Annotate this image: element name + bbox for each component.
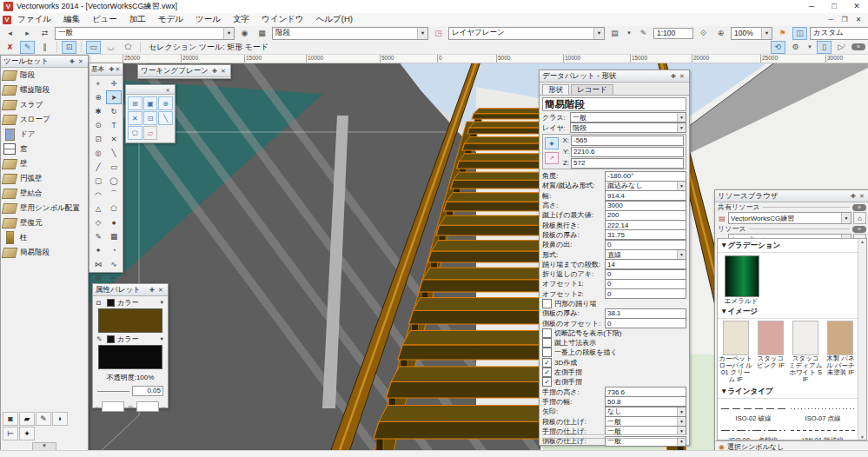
snap-titlebar[interactable]: ✕ — [126, 85, 175, 95]
home-icon[interactable]: ⌂ — [853, 212, 866, 224]
curve-icon[interactable]: ⌒ — [106, 188, 122, 202]
interactive-mode-icon[interactable]: ⊡ — [62, 41, 76, 54]
property-field[interactable]: 222.14▼ — [605, 220, 686, 230]
toolset-item[interactable]: 壁復元 — [1, 215, 88, 230]
diagonal-line-icon[interactable]: ╱ — [90, 160, 106, 174]
close-icon[interactable]: ✕ — [115, 66, 121, 73]
close-icon[interactable]: ✕ — [76, 58, 85, 65]
attribute-icon[interactable]: ◎ — [90, 146, 106, 160]
pen-styles-icon[interactable]: ✎ — [36, 412, 51, 426]
checkbox[interactable] — [542, 368, 552, 377]
close-button[interactable]: ✕ — [845, 0, 868, 13]
freehand-icon[interactable]: ✎ — [90, 229, 106, 243]
property-field[interactable]: 31.75▼ — [605, 229, 686, 240]
sheet-icon[interactable]: ▤ — [607, 27, 622, 40]
scale-pencil-icon[interactable]: ✎ — [636, 27, 651, 40]
line-icon[interactable]: ╲ — [106, 146, 122, 160]
linetype-section-header[interactable]: ▼ラインタイプ — [718, 385, 858, 399]
text-icon[interactable]: T — [106, 118, 122, 132]
property-field[interactable]: なし▼ — [605, 407, 686, 417]
pin-icon[interactable]: ✚ — [669, 73, 678, 80]
layer-options-icon[interactable]: ▦ — [255, 27, 269, 40]
linetype-item[interactable]: ISO-02 破線 — [721, 401, 785, 422]
arc-icon[interactable]: ◠ — [90, 188, 106, 202]
rotate-icon[interactable]: ↻ — [106, 104, 122, 118]
back-icon[interactable]: ◂ — [3, 27, 17, 40]
property-field[interactable]: 蹴込みなし▼ — [605, 181, 686, 191]
pin-icon[interactable]: ✚ — [210, 68, 219, 75]
dropdown-arrow-icon[interactable]: ▼ — [677, 250, 686, 259]
toolset-item[interactable]: 階段 — [1, 68, 88, 83]
forward-icon[interactable]: ▸ — [20, 27, 35, 40]
toolset-item[interactable]: 壁 — [1, 156, 88, 171]
star-icon[interactable]: ✦ — [90, 243, 106, 257]
dropdown-arrow-icon[interactable]: ▼ — [593, 28, 604, 39]
resource-browser-titlebar[interactable]: リソースブラウザ✚✕ — [715, 190, 868, 202]
lineweight-slider[interactable] — [97, 391, 129, 392]
close-icon[interactable]: ✕ — [163, 87, 172, 93]
fill-color-chip-icon[interactable] — [107, 299, 115, 307]
basic-titlebar[interactable]: 基本✚✕ — [89, 63, 123, 76]
property-field[interactable]: 0▼ — [605, 288, 686, 299]
dropdown-arrow-icon[interactable]: ▼ — [160, 300, 164, 305]
smart-edge-snap-icon[interactable]: ╲ — [158, 111, 173, 125]
smart-point-snap-icon[interactable]: ⊡ — [143, 111, 158, 125]
magnify-icon[interactable]: ⊙ — [90, 118, 106, 132]
class-options-icon[interactable]: ◉ — [237, 27, 252, 40]
user-origin-icon[interactable]: ⚑ — [775, 27, 790, 40]
linetype-item[interactable]: VW-01 短破線 — [791, 422, 855, 440]
palette-resize-grooves[interactable] — [542, 435, 686, 443]
pen-color-swatch[interactable] — [98, 345, 162, 369]
toolset-item[interactable]: スラブ — [1, 97, 88, 112]
mirror-icon[interactable]: ⋈ — [90, 257, 106, 271]
restore-button[interactable]: □ — [823, 0, 845, 13]
menu-item[interactable]: ウインドウ — [255, 14, 310, 25]
page-icon[interactable]: ▯ — [817, 41, 832, 54]
dropdown-arrow-icon[interactable]: ▼ — [677, 417, 686, 426]
fill-bucket-icon[interactable]: ◘ — [96, 299, 104, 307]
toolset-item[interactable]: 柱 — [1, 230, 88, 245]
rectangle-marquee-icon[interactable]: ▭ — [86, 41, 101, 54]
toolset-item[interactable]: ドア — [1, 127, 88, 142]
toolset-titlebar[interactable]: ツールセット✚✕ — [1, 56, 88, 68]
polygon-marquee-icon[interactable]: ⬠ — [121, 41, 136, 54]
decrement-icon[interactable]: – — [96, 404, 98, 409]
image-resource-item[interactable]: スタッコ ミディアム ホワイト S IF — [789, 321, 823, 383]
grid-snap-icon[interactable]: ⊞ — [128, 96, 142, 110]
unified-view-icon[interactable]: ◫ — [792, 27, 807, 40]
texture-icon[interactable]: ◗ — [52, 412, 68, 426]
diamond-icon[interactable]: ◇ — [90, 215, 106, 229]
property-field[interactable]: 200▼ — [605, 210, 686, 221]
dropdown-arrow-icon[interactable]: ▼ — [677, 182, 686, 190]
pin-icon[interactable]: ✚ — [849, 193, 858, 200]
close-icon[interactable]: ✕ — [858, 193, 866, 200]
property-field[interactable]: 0▼ — [605, 279, 686, 289]
info-cursor-icon[interactable]: ▷ⁱ — [834, 41, 849, 54]
image-resource-item[interactable]: 木製 パネル バーチ 未塗装 IF — [824, 321, 858, 383]
toolset-item[interactable]: 円弧壁 — [1, 171, 88, 186]
layer-combo[interactable]: 階段▼ — [272, 27, 428, 40]
class-field[interactable]: 一般▼ — [570, 112, 686, 123]
checkbox[interactable] — [542, 348, 552, 357]
class-combo[interactable]: 一般▼ — [55, 27, 235, 40]
scale-field[interactable]: 1:100 — [653, 28, 693, 39]
rounded-rectangle-icon[interactable]: ▢ — [90, 174, 106, 188]
property-field[interactable]: 3000▼ — [605, 201, 686, 211]
toolset-item[interactable]: 窓 — [1, 142, 88, 156]
property-field[interactable]: -180.00°▼ — [605, 171, 686, 182]
gradient-section-header[interactable]: ▼グラデーション — [718, 239, 858, 253]
object-snap-icon[interactable]: ▣ — [143, 96, 158, 110]
pan-icon[interactable]: ✱ — [90, 104, 106, 118]
toolset-item[interactable]: 壁結合 — [1, 186, 88, 201]
checkbox[interactable] — [542, 377, 552, 387]
rectangle-icon[interactable]: ▭ — [106, 160, 122, 174]
marquee-icon[interactable]: ⊡ — [90, 132, 106, 146]
delete-icon[interactable]: ✕ — [106, 132, 122, 146]
oval-icon[interactable]: ◯ — [106, 174, 122, 188]
horizontal-scrollbar[interactable] — [0, 450, 868, 457]
toolset-item[interactable]: スロープ — [1, 112, 88, 127]
tools-icon[interactable]: ⊢ — [3, 427, 18, 440]
dropdown-arrow-icon[interactable]: ▼ — [677, 407, 686, 416]
circle-icon[interactable]: ● — [106, 215, 122, 229]
move-mode-icon[interactable]: ◈ — [545, 137, 559, 149]
